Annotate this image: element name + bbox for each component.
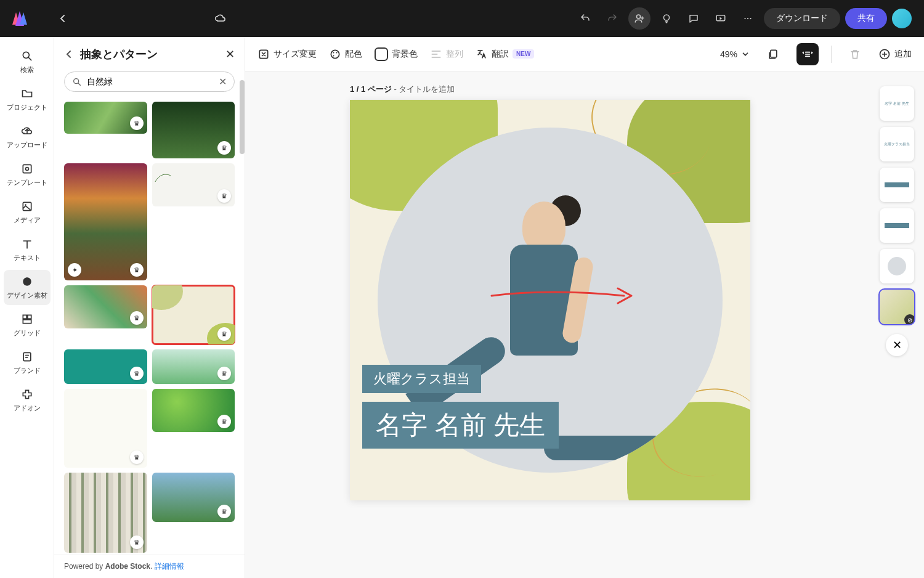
grid-icon [20, 312, 34, 326]
asset-item[interactable]: ♛ [64, 389, 147, 468]
premium-icon: ♛ [217, 189, 231, 203]
chevron-down-icon [741, 50, 750, 59]
layer-badge-icon: ⊘ [904, 314, 914, 324]
nav-design-elements[interactable]: デザイン素材 [4, 270, 51, 305]
plus-circle-icon [878, 48, 891, 60]
nav-text[interactable]: テキスト [4, 232, 51, 267]
premium-icon: ♛ [130, 450, 144, 464]
nav-addon[interactable]: アドオン [4, 383, 51, 418]
details-link[interactable]: 詳細情報 [155, 562, 184, 571]
translate-tool[interactable]: 翻訳NEW [476, 48, 534, 60]
asset-item[interactable]: ♛ [152, 389, 235, 432]
folder-icon [20, 87, 34, 100]
svg-rect-11 [23, 315, 26, 319]
add-user-icon[interactable] [628, 7, 650, 30]
asset-item[interactable]: ♛ [64, 473, 147, 553]
search-icon [72, 77, 82, 87]
premium-icon: ♛ [217, 141, 231, 155]
text-icon [20, 237, 34, 251]
app-logo[interactable] [12, 11, 27, 26]
page-label[interactable]: 1 / 1 ページ - タイトルを追加 [270, 84, 899, 95]
asset-item[interactable]: ♛ [152, 102, 235, 158]
download-button[interactable]: ダウンロード [764, 8, 840, 29]
layer-thumb[interactable]: 火曜クラス担当 [880, 127, 914, 161]
premium-icon: ♛ [217, 415, 231, 428]
asset-item-selected[interactable]: ♛ [152, 285, 235, 344]
layer-thumb[interactable] [880, 249, 914, 283]
scrollbar[interactable] [240, 80, 245, 154]
asset-item[interactable]: ♛ [64, 349, 147, 384]
asset-item[interactable]: ♛✦ [64, 163, 147, 280]
layer-thumb[interactable] [880, 168, 914, 202]
svg-point-3 [744, 18, 745, 19]
nav-upload[interactable]: アップロード [4, 120, 51, 155]
shape-icon [20, 275, 34, 288]
premium-icon: ♛ [217, 327, 231, 341]
asset-grid: ♛ ♛ ♛✦ ♛ ♛ ♛ ♛ ♛ ♛ ♛ ♛ ♛ ♛ ♛ ♛ ♛ [54, 97, 245, 555]
title-text[interactable]: 名字 名前 先生 [362, 402, 559, 449]
nav-media[interactable]: メディア [4, 195, 51, 230]
svg-point-19 [336, 52, 338, 53]
present-icon[interactable] [710, 7, 732, 30]
share-button[interactable]: 共有 [845, 8, 887, 29]
layer-thumb[interactable] [880, 208, 914, 243]
pages-icon[interactable] [762, 43, 784, 65]
layer-thumb[interactable]: 名字 名前 先生 [880, 86, 914, 121]
search-box[interactable]: ✕ [64, 71, 235, 92]
asset-item[interactable]: ♛ [64, 285, 147, 328]
clear-icon[interactable]: ✕ [219, 76, 227, 88]
layer-thumb-selected[interactable]: ⊘ [880, 290, 914, 324]
bulb-icon[interactable] [655, 7, 678, 30]
topbar: ダウンロード 共有 [0, 0, 924, 37]
resize-tool[interactable]: サイズ変更 [257, 48, 317, 60]
nav-template[interactable]: テンプレート [4, 157, 51, 192]
layers-panel: 名字 名前 先生 火曜クラス担当 ⊘ ✕ [877, 86, 917, 356]
template-icon [20, 162, 34, 176]
panel-back-icon[interactable] [64, 49, 74, 59]
brand-icon [20, 350, 34, 364]
layers-close-icon[interactable]: ✕ [886, 334, 908, 356]
premium-icon: ♛ [217, 505, 231, 518]
svg-point-5 [750, 18, 751, 19]
nav-projects[interactable]: プロジェクト [4, 82, 51, 117]
canvas-toolbar: サイズ変更 配色 背景色 整列 翻訳NEW 49% 追加 [245, 37, 924, 71]
redo-icon[interactable] [601, 7, 623, 30]
panel-footer: Powered by Adobe Stock. 詳細情報 [54, 555, 245, 578]
cloud-icon[interactable] [209, 7, 232, 30]
nav-brand[interactable]: ブランド [4, 345, 51, 380]
premium-icon: ♛ [217, 367, 231, 380]
comment-icon[interactable] [683, 7, 705, 30]
nav-grid[interactable]: グリッド [4, 307, 51, 343]
svg-rect-21 [771, 50, 777, 57]
user-avatar[interactable] [892, 9, 912, 28]
subtitle-text[interactable]: 火曜クラス担当 [362, 365, 481, 393]
delete-icon[interactable] [844, 43, 866, 65]
add-tool[interactable]: 追加 [878, 48, 912, 60]
canvas-area: サイズ変更 配色 背景色 整列 翻訳NEW 49% 追加 1 / 1 ページ -… [245, 37, 924, 578]
artboard[interactable]: 火曜クラス担当 名字 名前 先生 [350, 100, 750, 500]
back-icon[interactable] [52, 7, 74, 30]
assets-panel: 抽象とパターン ✕ ✕ ♛ ♛ ♛✦ ♛ ♛ ♛ ♛ ♛ ♛ ♛ ♛ ♛ ♛ ♛… [54, 37, 245, 578]
asset-item[interactable]: ♛ [152, 473, 235, 522]
panel-title: 抽象とパターン [80, 47, 219, 62]
zoom-control[interactable]: 49% [720, 49, 750, 59]
panel-close-icon[interactable]: ✕ [225, 47, 235, 61]
media-icon [20, 200, 34, 213]
asset-item[interactable]: ♛ [152, 349, 235, 384]
background-tool[interactable]: 背景色 [375, 47, 418, 61]
align-tool: 整列 [430, 48, 463, 60]
svg-point-10 [25, 204, 26, 206]
palette-icon [329, 48, 341, 60]
svg-rect-12 [27, 315, 31, 319]
more-icon[interactable] [737, 7, 759, 30]
translate-icon [476, 48, 488, 60]
layers-toggle-icon[interactable] [796, 43, 819, 65]
undo-icon[interactable] [574, 7, 596, 30]
palette-tool[interactable]: 配色 [329, 48, 362, 60]
asset-item[interactable]: ♛ [152, 163, 235, 206]
nav-search[interactable]: 検索 [4, 44, 51, 79]
search-input[interactable] [87, 77, 214, 87]
asset-item[interactable]: ♛ [64, 102, 147, 134]
svg-point-0 [637, 15, 641, 18]
new-badge: NEW [513, 49, 534, 59]
